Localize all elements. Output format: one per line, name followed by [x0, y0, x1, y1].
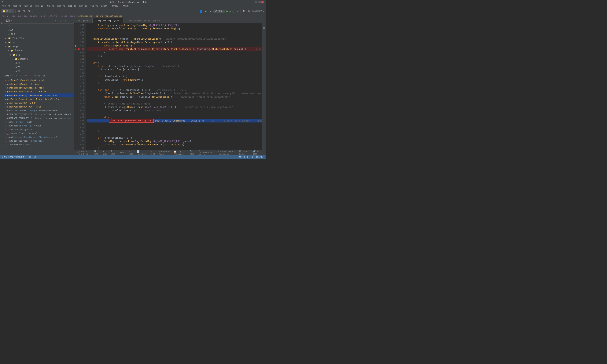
tree-item-cc6-2[interactable]: ☕ CC6 [4, 69, 74, 73]
project-dropdown[interactable]: 📁 项目 ▼ [1, 9, 14, 13]
todo-btn[interactable]: TODO [119, 152, 126, 154]
terminal-btn[interactable]: ⌨ 终端 [150, 150, 156, 155]
tab-templatesimpl[interactable]: ☕ TemplatesImpl.java × [92, 18, 124, 23]
menu-view[interactable]: 视图(V) [23, 4, 34, 8]
tree-item-org[interactable]: ▼ 📁 org [4, 53, 74, 57]
tab-templatesimpl-close[interactable]: × [120, 20, 122, 22]
breadcrumb-xalan[interactable]: xalan [40, 15, 46, 17]
struct-getTransletName[interactable]: ● getTransletName(): String [4, 82, 74, 86]
build-btn[interactable]: 🔨 构建 [189, 150, 196, 155]
struct-getTransletInstance[interactable]: ● getTransletInstance(): Translet [4, 90, 74, 93]
app-menu-icon[interactable]: ☰ [1, 1, 3, 3]
search-btn[interactable]: 🔍 查找 [93, 150, 100, 155]
soql-query-btn[interactable]: 🗄 SOQL Query [238, 150, 250, 155]
run-icon2[interactable]: ⚙ [229, 10, 231, 13]
side-tool-1[interactable]: 书签 [0, 18, 4, 33]
menu-code[interactable]: 代码(C) [45, 4, 56, 8]
run-btn-bottom[interactable]: ▶ 运行 [102, 150, 108, 155]
settings-btn[interactable]: ⚙ [247, 9, 251, 13]
collapse-btn[interactable]: ⊟ [22, 9, 26, 13]
struct-collapse-btn[interactable]: ⊟ [42, 74, 46, 78]
sort-btn[interactable]: ⇅ [53, 19, 58, 23]
struct-method-btn[interactable]: ▸ [28, 74, 32, 78]
struct-anon-btn[interactable]: ● [19, 74, 23, 78]
breadcrumb-internal[interactable]: internal [49, 15, 59, 17]
run-button[interactable]: ▶ [225, 9, 229, 13]
struct-serialVersionUID[interactable]: ○ serialVersionUID: long = 6730943615192… [4, 109, 74, 112]
code-content[interactable]: ErrorMsg err = new ErrorMsg(ErrorMsg.NO_… [86, 24, 262, 150]
breadcrumb-rt[interactable]: rt.jar [1, 15, 9, 17]
filter-btn[interactable]: ⊡ [58, 19, 63, 23]
log-analyzer-btn[interactable]: 📋 Log Analyzer [173, 150, 187, 155]
breadcrumb-org[interactable]: org [24, 15, 27, 17]
breadcrumb-apache[interactable]: apache [30, 15, 38, 17]
expand-btn[interactable]: ⊞ [27, 9, 31, 13]
breadcrumb-class[interactable]: TemplatesImpl [77, 15, 93, 17]
maximize-button[interactable]: □ [258, 1, 261, 3]
read-mode-label[interactable]: 阅读器模式 [252, 10, 262, 13]
back-btn[interactable]: ◀ [203, 9, 208, 13]
tab-instrumentation[interactable]: ☕ InstrumentationImpl.java × [124, 18, 162, 23]
tree-item-cc6[interactable]: ☕ CC6 [4, 28, 74, 32]
forward-btn[interactable]: ▶ [208, 9, 212, 13]
struct-outputProperties[interactable]: ○ _outputProperties: Properties [4, 139, 74, 143]
tree-item-classes[interactable]: ▼ 📁 classes [4, 49, 74, 53]
anon-apex-btn[interactable]: Anonymous Apex [158, 150, 171, 155]
menu-edit[interactable]: 编辑(E) [12, 4, 23, 8]
menu-navigate[interactable]: 导航(N) [34, 4, 45, 8]
struct-DESERIALIZE[interactable]: ○ DESERIALIZE_TRANSLET: String = "jdk.xm… [4, 112, 74, 116]
menu-refactor[interactable]: 重构(E) [56, 4, 66, 8]
close-button[interactable]: ✕ [261, 1, 264, 3]
settings-toolbar-btn[interactable]: ⚙ [17, 9, 21, 13]
struct-setStylesheetDOM[interactable]: ● setStylesheetDOM(DOM): void [4, 105, 74, 109]
problems-btn[interactable]: ⚠ 问题 [128, 150, 134, 155]
close-panel-btn[interactable]: ─ [68, 19, 72, 23]
struct-getStylesheetDOM[interactable]: ● getStylesheetDOM(): DOM [4, 101, 74, 105]
tab-instrumentation-close[interactable]: × [159, 20, 160, 22]
tree-item-resources[interactable]: ▶ 📁 resources [4, 36, 74, 40]
struct-defineTransletClasses[interactable]: ● defineTransletClasses(): void [4, 86, 74, 90]
struct-transletIndex[interactable]: ○ _transletIndex: int = -1 [4, 131, 74, 135]
menu-vcs[interactable]: VCS(S) [100, 4, 110, 8]
struct-indentNumber[interactable]: ○ _indentNumber: int [4, 143, 74, 145]
tree-item-example[interactable]: ▼ 📁 example [4, 57, 74, 61]
struct-bytecodes[interactable]: ○ _bytecodes: byte[][] = null [4, 124, 74, 128]
minimize-button[interactable]: ─ [255, 1, 257, 3]
menu-help[interactable]: 帮助(H) [121, 4, 132, 8]
tab-cc3[interactable]: ☕ cc3.java × [74, 18, 92, 23]
tree-item-cc3[interactable]: ☕ CC3 [4, 24, 74, 28]
breadcrumb-sun[interactable]: sun [18, 15, 21, 17]
breadcrumb-trax[interactable]: trax [70, 15, 75, 17]
version-control-btn[interactable]: ⎇ Version Control [76, 150, 91, 155]
salesforce-functions-btn[interactable]: ⚡ Salesforce Functions [217, 150, 236, 155]
breadcrumb-com[interactable]: com [11, 15, 15, 17]
right-tool-1[interactable]: 通知 [262, 18, 265, 33]
breadcrumb-method[interactable]: defineTransletClasses [96, 15, 122, 17]
sort-alpha-btn[interactable]: az↕ [10, 74, 14, 78]
struct-class[interactable]: ○ _class: Class[] = null [4, 128, 74, 131]
tree-item-test-root[interactable]: ☕ Test [4, 32, 74, 36]
menu-file[interactable]: 文件(F) [1, 4, 12, 8]
struct-ABSTRACT[interactable]: ○ ABSTRACT_TRANSLET: String = "com.sun.o… [4, 116, 74, 120]
sort-type-btn[interactable]: ⇕ [14, 74, 19, 78]
menu-tools[interactable]: 工具(T) [89, 4, 100, 8]
tree-item-cc1[interactable]: ☕ CC1 [4, 61, 74, 65]
profiler-btn[interactable]: 📊 Profiler [136, 150, 147, 155]
struct-setTransletName[interactable]: ● setTransletName(String): void [4, 78, 74, 82]
project-dropdown-arrow[interactable]: ▼ [11, 20, 12, 22]
stop-button[interactable]: ■ [235, 9, 239, 13]
search-everywhere-btn[interactable]: 🔍 [242, 9, 246, 13]
branch-selector[interactable]: ⎇ CC3 ▼ [213, 10, 224, 13]
breadcrumb-xsltc[interactable]: xsltc [61, 15, 67, 17]
menu-run[interactable]: 运行(U) [78, 4, 89, 8]
events-log[interactable]: 事件日志 [256, 156, 264, 159]
dependencies-btn[interactable]: 🔗 依赖项 [252, 150, 260, 155]
debug-btn-bottom[interactable]: 🐛 调试 [110, 150, 117, 155]
struct-auxClasses[interactable]: ○ _auxClasses: Map<String, Class<?>> = n… [4, 135, 74, 139]
struct-getOutputProperties[interactable]: ● getOutputProperties(): Properties ↑Tem… [4, 97, 74, 101]
tree-item-test[interactable]: ▶ 📁 test [4, 40, 74, 44]
user-icon[interactable]: 👤 [199, 10, 203, 13]
code-editor[interactable]: ● ● [74, 24, 262, 150]
tree-item-cc3-2[interactable]: ☕ CC3 [4, 65, 74, 69]
gear-btn[interactable]: ⚙ [63, 19, 67, 23]
